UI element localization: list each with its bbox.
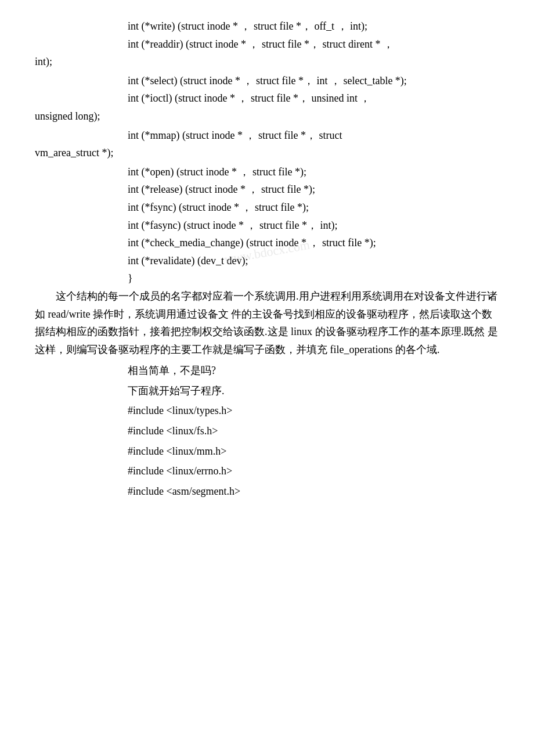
line-after-1: 相当简单，不是吗? xyxy=(35,362,499,380)
code-line-6: int (*open) (struct inode * ， struct fil… xyxy=(35,163,499,181)
closing-brace: } xyxy=(35,269,499,287)
line-after-5: #include <linux/mm.h> xyxy=(35,442,499,460)
line-after-7: #include <asm/segment.h> xyxy=(35,483,499,501)
code-line-10: int (*check_media_change) (struct inode … xyxy=(35,234,499,252)
page-content: int (*write) (struct inode * ， struct fi… xyxy=(35,17,499,500)
code-line-5: int (*mmap) (struct inode * ， struct fil… xyxy=(35,127,499,162)
code-line-4b: unsigned long); xyxy=(35,107,499,125)
code-line-2a: int (*readdir) (struct inode * ， struct … xyxy=(35,35,499,53)
main-paragraph: 这个结构的每一个成员的名字都对应着一个系统调用.用户进程利用系统调用在对设备文件… xyxy=(35,287,499,358)
line-after-4: #include <linux/fs.h> xyxy=(35,422,499,440)
code-line-9: int (*fasync) (struct inode * ， struct f… xyxy=(35,217,499,235)
code-section: int (*write) (struct inode * ， struct fi… xyxy=(35,17,499,287)
code-line-5a: int (*mmap) (struct inode * ， struct fil… xyxy=(35,127,499,145)
after-section: 相当简单，不是吗? 下面就开始写子程序. #include <linux/typ… xyxy=(35,362,499,500)
code-line-5b: vm_area_struct *); xyxy=(35,144,499,162)
code-line-4: int (*ioctl) (struct inode * ， struct fi… xyxy=(35,89,499,125)
code-line-8: int (*fsync) (struct inode * ， struct fi… xyxy=(35,199,499,217)
line-after-6: #include <linux/errno.h> xyxy=(35,462,499,480)
code-line-4a: int (*ioctl) (struct inode * ， struct fi… xyxy=(35,89,499,107)
code-line-1: int (*write) (struct inode * ， struct fi… xyxy=(35,17,499,35)
code-line-7: int (*release) (struct inode * ， struct … xyxy=(35,181,499,199)
line-after-2: 下面就开始写子程序. xyxy=(35,382,499,400)
code-line-3: int (*select) (struct inode * ， struct f… xyxy=(35,72,499,90)
code-line-2b: int); xyxy=(35,53,499,71)
code-line-11: int (*revalidate) (dev_t dev); xyxy=(35,252,499,270)
line-after-3: #include <linux/types.h> xyxy=(35,402,499,420)
code-line-2: int (*readdir) (struct inode * ， struct … xyxy=(35,35,499,71)
